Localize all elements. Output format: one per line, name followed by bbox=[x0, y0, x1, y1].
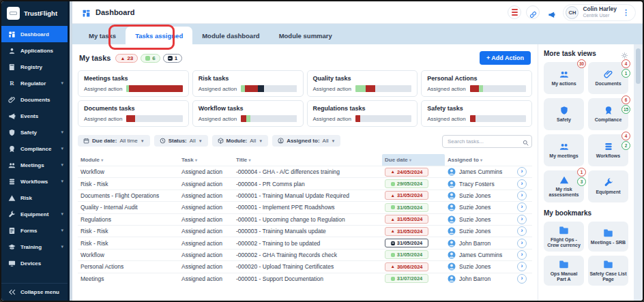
tile-equipment[interactable]: Equipment bbox=[588, 170, 628, 202]
open-row-button[interactable]: › bbox=[517, 179, 527, 189]
open-row-button[interactable]: › bbox=[517, 262, 527, 271]
user-menu[interactable]: CH Colin Harley Centrik User ⋮ bbox=[563, 4, 636, 21]
bookmark-safety-case[interactable]: Safety Case List Page bbox=[588, 256, 628, 286]
module-filter[interactable]: Module:All▼ bbox=[212, 135, 269, 147]
column-due-date[interactable]: Due date ▾ bbox=[382, 154, 445, 166]
chevron-down-icon: ▾ bbox=[61, 228, 63, 233]
rosette-icon bbox=[604, 106, 613, 115]
search-input[interactable] bbox=[442, 135, 532, 148]
tile-compliance[interactable]: Compliance615 bbox=[588, 98, 628, 130]
card-regulations-tasks[interactable]: Regulations tasksAssigned action bbox=[307, 100, 418, 127]
open-row-button[interactable]: › bbox=[517, 202, 527, 212]
dark-square-icon bbox=[168, 56, 173, 61]
open-row-button[interactable]: › bbox=[517, 274, 527, 284]
table-row[interactable]: Personal ActionsAssigned action-000020 -… bbox=[78, 260, 532, 272]
bookmark-ops-manual[interactable]: Ops Manual Part A bbox=[544, 256, 584, 286]
bookmark-flight-ops[interactable]: Flight Ops - Crew currency bbox=[544, 222, 584, 252]
column-title[interactable]: Title ▾ bbox=[233, 157, 382, 163]
tile-workflows[interactable]: Workflows42 bbox=[588, 134, 628, 166]
card-risk-tasks[interactable]: Risk tasksAssigned action bbox=[192, 70, 304, 97]
table-row[interactable]: Risk - RiskAssigned action-000004 - PR C… bbox=[78, 177, 532, 189]
main-scrollbar[interactable] bbox=[634, 44, 643, 301]
sidebar-item-applications[interactable]: Applications▾ bbox=[1, 42, 68, 59]
regulator-icon: R bbox=[8, 80, 16, 87]
tab-module-dashboard[interactable]: Module dashboard bbox=[192, 27, 269, 44]
sidebar-item-documents[interactable]: Documents▾ bbox=[1, 91, 68, 108]
table-row[interactable]: Documents - Flight OperationsAssigned ac… bbox=[78, 190, 532, 201]
card-safety-tasks[interactable]: Safety tasksAssigned action bbox=[421, 100, 532, 127]
sidebar-scrollbar[interactable] bbox=[68, 1, 72, 301]
table-row[interactable]: WorkflowAssigned action-000004 - GHA - A… bbox=[78, 166, 532, 177]
shield-icon bbox=[559, 106, 569, 115]
announcements-button[interactable] bbox=[544, 5, 558, 19]
more-task-views-title: More task views bbox=[544, 50, 596, 57]
activity-log-button[interactable] bbox=[508, 5, 521, 19]
tile-my-actions[interactable]: My actions30 bbox=[544, 62, 584, 94]
green-count-badge: 1 bbox=[621, 69, 630, 78]
sidebar-item-workflows[interactable]: Workflows▾ bbox=[1, 173, 68, 190]
scrollbar-thumb[interactable] bbox=[636, 48, 641, 84]
tab-module-summary[interactable]: Module summary bbox=[269, 27, 342, 44]
sidebar-item-forms[interactable]: Forms▾ bbox=[1, 222, 68, 239]
task-summary-cards: Meetings tasksAssigned action Risk tasks… bbox=[78, 70, 532, 127]
due-date-filter[interactable]: Due date:All time▼ bbox=[78, 135, 150, 147]
sidebar-item-compliance[interactable]: Compliance▾ bbox=[1, 140, 68, 157]
assigned-to-filter[interactable]: Assigned to:All▼ bbox=[272, 135, 340, 147]
sidebar-item-equipment[interactable]: Equipment▾ bbox=[1, 206, 68, 222]
column-assigned-to[interactable]: Assigned to ▾ bbox=[445, 157, 517, 163]
assignee-avatar-icon bbox=[448, 215, 456, 224]
brand-name: TrustFlight bbox=[24, 10, 57, 17]
sidebar-item-training[interactable]: Training▾ bbox=[1, 239, 68, 255]
sidebar-item-meetings[interactable]: Meetings▾ bbox=[1, 157, 68, 173]
table-row[interactable]: Quality - Internal AuditAssigned action-… bbox=[78, 201, 532, 213]
chevron-down-icon: ▼ bbox=[141, 139, 145, 143]
assignee-avatar-icon bbox=[448, 251, 456, 259]
tile-my-meetings[interactable]: My meetings bbox=[544, 134, 584, 166]
open-row-button[interactable]: › bbox=[517, 250, 527, 260]
bookmark-meetings-srb[interactable]: Meetings - SRB bbox=[588, 222, 628, 252]
card-workflow-tasks[interactable]: Workflow tasksAssigned action bbox=[192, 100, 304, 127]
more-task-views-panel: More task views My actions30 Documents41… bbox=[538, 44, 634, 301]
sidebar-item-safety[interactable]: Safety▾ bbox=[1, 124, 68, 140]
table-row[interactable]: WorkflowAssigned action-000002 - GHA Tra… bbox=[78, 249, 532, 260]
card-documents-tasks[interactable]: Documents tasksAssigned action bbox=[78, 100, 189, 127]
open-row-button[interactable]: › bbox=[517, 215, 527, 224]
table-row[interactable]: MeetingsAssigned action-000001 - Support… bbox=[78, 273, 532, 284]
warning-triangle-icon: ▲ bbox=[391, 170, 395, 175]
due-date-badge: ▲29/05/2024 bbox=[385, 179, 428, 188]
people-icon bbox=[8, 162, 16, 169]
link-button[interactable] bbox=[526, 5, 540, 19]
open-row-button[interactable]: › bbox=[517, 191, 527, 200]
card-personal-actions[interactable]: Personal ActionsAssigned action bbox=[421, 70, 532, 97]
gear-icon[interactable] bbox=[621, 50, 628, 57]
tab-tasks-assigned[interactable]: Tasks assigned bbox=[126, 27, 192, 44]
tab-my-tasks[interactable]: My tasks bbox=[79, 27, 126, 44]
table-row[interactable]: RegulationsAssigned action-000001 - Upco… bbox=[78, 213, 532, 225]
overdue-count-badge: ▲23 bbox=[115, 54, 138, 63]
table-row[interactable]: Risk - RiskAssigned action-000002 - Trai… bbox=[78, 237, 532, 248]
layers-icon bbox=[604, 142, 613, 151]
tile-safety[interactable]: Safety bbox=[544, 98, 584, 130]
sidebar-item-dashboard[interactable]: Dashboard▾ bbox=[1, 26, 68, 42]
collapse-menu-button[interactable]: Collapse menu▾ bbox=[1, 283, 68, 301]
sidebar-item-events[interactable]: Events▾ bbox=[1, 108, 68, 124]
column-module[interactable]: Module ▾ bbox=[78, 157, 179, 163]
due-date-badge: ▲31/05/2024 bbox=[385, 215, 428, 224]
add-action-button[interactable]: + Add Action bbox=[480, 51, 531, 65]
ok-count-badge: 6 bbox=[141, 54, 160, 63]
tile-my-risk-assessments[interactable]: My risk assessments13 bbox=[544, 170, 584, 202]
sidebar-item-risk[interactable]: Risk▾ bbox=[1, 190, 68, 206]
sidebar-item-registry[interactable]: Registry▾ bbox=[1, 59, 68, 75]
sidebar-item-regulator[interactable]: RRegulator▾ bbox=[1, 75, 68, 91]
kebab-menu-icon[interactable]: ⋮ bbox=[621, 8, 631, 17]
column-task[interactable]: Task ▾ bbox=[179, 157, 233, 163]
card-meetings-tasks[interactable]: Meetings tasksAssigned action bbox=[78, 70, 189, 97]
tile-documents[interactable]: Documents41 bbox=[588, 62, 628, 94]
status-filter[interactable]: Status:All▼ bbox=[154, 135, 208, 147]
open-row-button[interactable]: › bbox=[517, 239, 527, 248]
card-quality-tasks[interactable]: Quality tasksAssigned action bbox=[307, 70, 418, 97]
sidebar-item-devices[interactable]: Devices▾ bbox=[1, 255, 68, 271]
table-row[interactable]: Risk - RiskAssigned action-000003 - Trai… bbox=[78, 225, 532, 237]
open-row-button[interactable]: › bbox=[517, 167, 527, 177]
open-row-button[interactable]: › bbox=[517, 226, 527, 236]
